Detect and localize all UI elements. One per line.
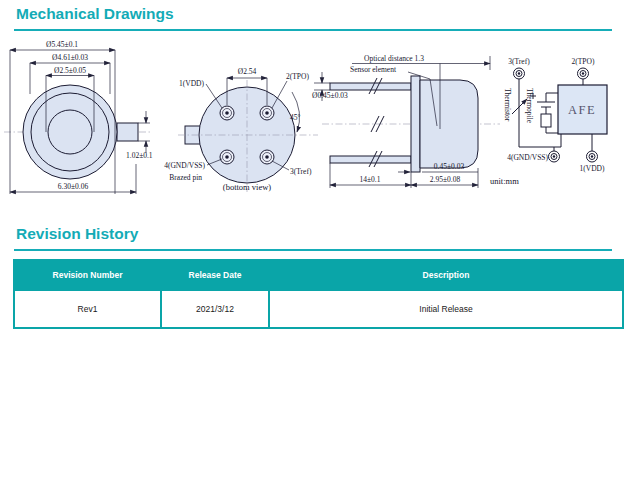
- terminal-3-tref: [514, 68, 525, 79]
- table-row: Rev1 2021/3/12 Initial Release: [14, 290, 623, 328]
- dim-pin-diameter: Ø0.45±0.03: [312, 91, 348, 100]
- dim-outer-diameter: Ø5.45±0.1: [46, 40, 78, 49]
- pin-4-gnd: [220, 150, 234, 164]
- dim-mid-diameter: Ø4.61±0.03: [52, 53, 88, 62]
- datasheet-page: Mechanical Drawings: [0, 0, 627, 478]
- section-divider: [14, 249, 612, 251]
- window-circle: [48, 110, 92, 154]
- label-pin2-tpo: 2(TPO): [286, 72, 309, 81]
- bottom-pin: [330, 156, 411, 163]
- dim-inner-diameter: Ø2.5±0.05: [54, 66, 86, 75]
- internal-schematic: AFE 3(Tref) 2(TPO) Thermistor Thermopile…: [490, 57, 607, 186]
- afe-label: AFE: [568, 103, 596, 117]
- top-pin: [330, 83, 411, 90]
- terminal-1-vdd: [587, 151, 598, 162]
- revision-history-table: Revision Number Release Date Description…: [13, 259, 624, 329]
- unit-note: unit:mm: [490, 176, 519, 186]
- cell-description: Initial Release: [269, 290, 623, 328]
- label-pin1-vdd: 1(VDD): [179, 79, 204, 88]
- label-pin3-tref: 3(Tref): [290, 167, 312, 176]
- label-terminal-4-gnd: 4(GND/VSS): [507, 153, 548, 162]
- cell-revision-number: Rev1: [14, 290, 161, 328]
- label-brazed-pin: Brazed pin: [169, 173, 202, 182]
- pin-2-tpo: [260, 106, 274, 120]
- dim-body-height: 2.95±0.08: [430, 175, 461, 184]
- section-title-mechanical-drawings: Mechanical Drawings: [16, 5, 174, 23]
- col-header-revision-number: Revision Number: [14, 260, 161, 290]
- pin-1-vdd: [220, 106, 234, 120]
- label-terminal-3-tref: 3(Tref): [508, 57, 530, 66]
- section-title-revision-history: Revision History: [16, 225, 138, 243]
- label-sensor-element: Sensor element: [350, 65, 397, 74]
- label-terminal-2-tpo: 2(TPO): [572, 57, 595, 66]
- pin-3-tref: [260, 150, 274, 164]
- label-pin4-gnd: 4(GND/VSS): [164, 161, 205, 170]
- dim-tab-width: 1.02±0.1: [126, 151, 153, 160]
- col-header-release-date: Release Date: [161, 260, 269, 290]
- dim-pin-pitch: Ø2.54: [238, 67, 257, 76]
- terminal-2-tpo: [578, 68, 589, 79]
- flange: [411, 76, 420, 172]
- label-optical-distance: Optical distance 1.3: [364, 54, 424, 63]
- col-header-description: Description: [269, 260, 623, 290]
- dim-pin-length: 14±0.1: [360, 175, 381, 184]
- label-thermopile: Thermopile: [525, 88, 534, 124]
- dim-total-width: 6.30±0.06: [58, 182, 89, 191]
- dim-flange-thickness: 0.45±0.03: [434, 162, 465, 171]
- mechanical-drawings-figure: Ø5.45±0.1 Ø4.61±0.03 Ø2.5±0.05 6.30±0.06…: [0, 36, 627, 228]
- can-body: [420, 80, 478, 168]
- caption-bottom-view: (bottom view): [223, 182, 272, 192]
- section-divider: [14, 29, 612, 31]
- terminal-4-gnd: [549, 151, 560, 162]
- label-thermistor: Thermistor: [503, 88, 512, 122]
- side-view-drawing: Optical distance 1.3 Sensor element Ø0.4…: [312, 54, 500, 188]
- bottom-view-drawing: Ø2.54 1(VDD) 2(TPO) 45° 4(GND/VSS) Braze…: [164, 67, 318, 192]
- front-view-drawing: Ø5.45±0.1 Ø4.61±0.03 Ø2.5±0.05 6.30±0.06…: [4, 40, 153, 194]
- label-terminal-1-vdd: 1(VDD): [580, 164, 605, 173]
- package-tab: [117, 123, 138, 141]
- label-angle-45: 45°: [290, 113, 301, 122]
- table-header-row: Revision Number Release Date Description: [14, 260, 623, 290]
- cell-release-date: 2021/3/12: [161, 290, 269, 328]
